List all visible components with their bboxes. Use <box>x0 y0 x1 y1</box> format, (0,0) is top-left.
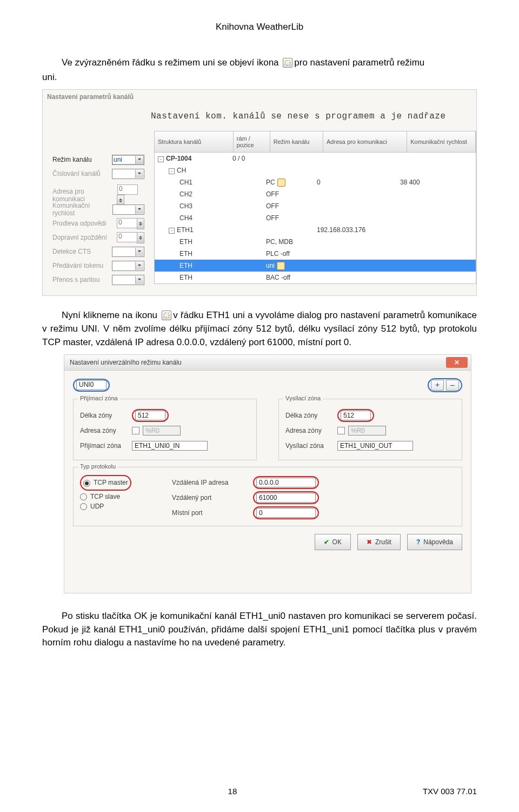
cts-combo[interactable] <box>112 247 144 257</box>
left-panel: Režim kanálu uni Číslování kanálů Adresa… <box>52 153 144 287</box>
lport-input[interactable] <box>256 508 316 518</box>
col-header: Režim kanálu <box>270 131 323 152</box>
label-addr-rx: Adresa zóny <box>80 427 132 434</box>
tree-label: CH1 <box>179 179 192 186</box>
delay-input[interactable]: 0 <box>117 218 137 228</box>
row-parity: Přenos s paritou <box>52 273 144 287</box>
label-rport: Vzdálený port <box>172 494 253 501</box>
plus-minus-group: +– <box>431 380 459 391</box>
chevron-down-icon <box>135 156 143 164</box>
label-len-rx: Délka zóny <box>80 412 132 419</box>
chevron-down-icon <box>135 206 143 214</box>
table-row[interactable]: CH1PC038 400 <box>155 176 476 188</box>
cell: OFF <box>264 190 315 198</box>
delay-spinner[interactable] <box>137 218 144 229</box>
table-row[interactable]: CH4OFF <box>155 212 476 224</box>
addr-input[interactable]: 0 <box>117 184 138 195</box>
chk-addr-tx[interactable] <box>337 427 345 434</box>
config-icon[interactable] <box>277 262 285 270</box>
len-tx-input[interactable] <box>341 411 371 420</box>
tree-toggle-icon[interactable]: - <box>158 156 164 162</box>
tree-toggle-icon[interactable]: - <box>169 168 175 174</box>
col-header: Struktura kanálů <box>155 131 234 152</box>
para1-tail: pro nastavení parametrů režimu <box>294 57 424 68</box>
chevron-down-icon <box>135 276 143 284</box>
table-row[interactable]: ETHuni <box>155 260 476 272</box>
dialog-title: Nastavení univerzálního režimu kanálu <box>70 359 182 366</box>
minus-button[interactable]: – <box>446 380 459 391</box>
table-row[interactable]: CH2OFF <box>155 188 476 200</box>
addr-rx-input[interactable] <box>143 426 181 435</box>
chevron-down-icon <box>135 262 143 270</box>
row-numbering: Číslování kanálů <box>52 167 144 181</box>
addr-tx-input[interactable] <box>348 426 386 435</box>
mode-combo[interactable]: uni <box>112 155 144 165</box>
label-len-tx: Délka zóny <box>285 412 337 419</box>
label-parity: Přenos s paritou <box>52 276 99 283</box>
label-rxname: Přijímací zóna <box>80 442 132 450</box>
group-tx: Vysílací zóna Délka zóny Adresa zóny Vys… <box>278 399 462 460</box>
ip-input[interactable] <box>256 478 316 487</box>
cell: BAC -off <box>264 274 315 281</box>
tree-label: ETH <box>179 250 192 258</box>
table-row[interactable]: -ETH1192.168.033.176 <box>155 224 476 236</box>
label-ip: Vzdálená IP adresa <box>172 479 253 486</box>
table-row[interactable]: -CP-10040 / 0 <box>155 153 476 164</box>
parity-combo[interactable] <box>112 275 144 285</box>
label-cts: Detekce CTS <box>52 248 91 255</box>
label-delay: Prodleva odpovědi <box>52 220 106 227</box>
help-button[interactable]: Nápověda <box>407 534 462 550</box>
screenshot-channel-params: Nastavení parametrů kanálů Nastavení kom… <box>42 89 477 296</box>
numbering-combo[interactable] <box>112 169 144 179</box>
label-addr: Adresa pro komunikaci <box>52 188 117 203</box>
tree-label: CH <box>177 167 186 174</box>
tree-label: ETH1 <box>177 226 194 234</box>
chk-addr-rx[interactable] <box>132 427 139 434</box>
tree-toggle-icon[interactable]: - <box>169 228 175 234</box>
cell: 0 / 0 <box>230 155 264 162</box>
table-row[interactable]: ETHPLC -off <box>155 248 476 260</box>
traffic-input[interactable]: 0 <box>117 232 137 242</box>
mode-value: uni <box>114 156 122 163</box>
paragraph-2: Nyní klikneme na ikonu v řádku ETH1 uni … <box>42 309 477 349</box>
rport-input[interactable] <box>256 493 316 503</box>
radio-udp[interactable]: UDP <box>80 503 156 510</box>
table-row[interactable]: -CH <box>155 164 476 176</box>
legend-proto: Typ protokolu <box>78 463 118 470</box>
uni-selector[interactable]: UNI0 <box>73 379 110 392</box>
radio-label: UDP <box>90 503 104 510</box>
label-txname: Vysílací zóna <box>285 442 337 450</box>
cell: PLC -off <box>264 250 315 258</box>
label-numbering: Číslování kanálů <box>52 170 101 177</box>
radio-tcp-slave[interactable]: TCP slave <box>80 493 156 500</box>
config-icon[interactable] <box>277 179 285 187</box>
close-button[interactable]: ✕ <box>446 357 468 368</box>
button-row: OK Zrušit Nápověda <box>73 534 462 550</box>
tree-label: CH3 <box>179 202 192 210</box>
ok-button[interactable]: OK <box>315 534 351 550</box>
table-row[interactable]: CH3OFF <box>155 200 476 212</box>
radio-tcp-master[interactable]: TCP master <box>83 479 128 486</box>
traffic-spinner[interactable] <box>137 232 144 243</box>
inner-title: Nastavení kom. kanálů se nese s programe… <box>151 111 445 121</box>
chevron-down-icon <box>135 170 143 178</box>
chevron-down-icon <box>135 248 143 256</box>
row-token: Předávání tokenu <box>52 259 144 273</box>
cancel-button[interactable]: Zrušit <box>357 534 401 550</box>
para1-text: Ve zvýrazněném řádku s režimem uni se ob… <box>62 57 279 68</box>
table-row[interactable]: ETHPC, MDB <box>155 236 476 248</box>
tree-label: CP-1004 <box>166 155 191 162</box>
window-tab-label: Nastavení parametrů kanálů <box>47 93 134 101</box>
plus-button[interactable]: + <box>431 380 444 391</box>
dialog-titlebar: Nastavení univerzálního režimu kanálu ✕ <box>64 355 471 371</box>
group-proto: Typ protokolu TCP master TCP slave UDP V… <box>73 467 462 526</box>
table-row[interactable]: ETHBAC -off <box>155 272 476 283</box>
txname-input[interactable] <box>337 441 413 451</box>
speed-combo[interactable] <box>112 204 144 215</box>
label-lport: Místní port <box>172 509 253 517</box>
cell: OFF <box>264 214 315 222</box>
tree-label: CH2 <box>179 190 192 198</box>
token-combo[interactable] <box>112 261 144 271</box>
rxname-input[interactable] <box>132 441 208 451</box>
len-rx-input[interactable] <box>135 411 165 420</box>
